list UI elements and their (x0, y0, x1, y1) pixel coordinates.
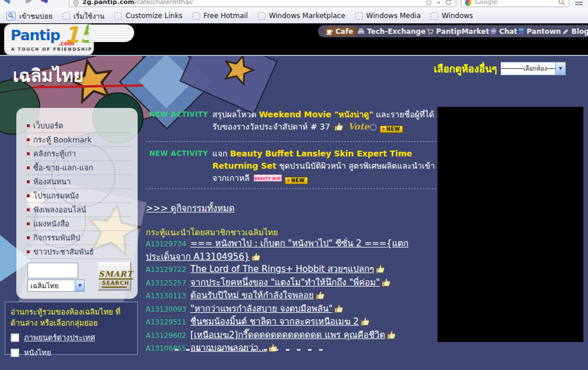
dashed-placeholder-icon (114, 12, 122, 20)
new-badge: NEW (285, 177, 308, 184)
clipped-text-row (175, 349, 330, 351)
subgroup-link-thai-movies[interactable]: หนังไทย (24, 347, 51, 359)
search-room-select[interactable]: เฉลิมไทย (27, 280, 85, 292)
topic-id: A13129602 (146, 331, 186, 340)
thumbs-up-icon (334, 121, 344, 132)
forward-button[interactable]: ▶ (26, 0, 32, 5)
new-activity-tag: NEW ACTIVITY (149, 148, 206, 184)
sidebar-item-webboard[interactable]: เว็บบอร์ด (27, 119, 131, 133)
topic-link[interactable]: [เหนือเมฆ2]กรี๊ดดดดดดดดดดดดด แพร คุณคือช… (190, 330, 385, 340)
dashed-placeholder-icon (258, 12, 265, 20)
bookmark-item[interactable]: Free Hotmail (190, 12, 251, 20)
room-picker-select[interactable]: ──────เลือกห้อง────── (501, 62, 566, 75)
coffee-cup-icon (326, 27, 334, 36)
subgroup-note: อ่านกระทู้รวมของห้องเฉลิมไทย ที่ด้านล่าง… (10, 306, 132, 329)
nav-item-pantipmarket[interactable]: PantipMarket (426, 27, 489, 36)
sidebar-item-news-pr[interactable]: ข่าวประชาสัมพันธ์ (27, 245, 131, 259)
topic-link[interactable]: "หากว่าแพรกำลังสบาย จงตบมือพลัน" (190, 303, 332, 314)
bookmarks-list-icon[interactable] (575, 0, 583, 5)
bookmark-item[interactable]: Windows Marketplace (255, 12, 348, 20)
beauty-buffet-logo: BEAUTY BUFFET (254, 174, 282, 181)
subgroup-box: อ่านกระทู้รวมของห้องเฉลิมไทย ที่ด้านล่าง… (5, 302, 138, 355)
search-input[interactable] (27, 263, 78, 278)
recommended-heading: กระทู้แนะนำโดยสมาชิกชาวเฉลิมไทย (146, 226, 278, 239)
vote-ghost-icon (370, 124, 377, 131)
new-badge-arrow-icon (383, 127, 385, 131)
sidebar-item-archive[interactable]: คลังกระทู้เก่า (27, 147, 131, 161)
google-icon (465, 0, 471, 6)
room-picker-value: ──────เลือกห้อง────── (501, 64, 555, 74)
nav-item-cafe[interactable]: Cafe (324, 27, 357, 36)
bookmark-item[interactable]: เข้าชมบ่อย (4, 11, 55, 22)
sidebar-item-chatroom[interactable]: ห้องสนทนา (27, 175, 131, 189)
search-magnifier-icon[interactable] (558, 0, 565, 6)
chevron-down-icon (78, 284, 82, 287)
vote-logo[interactable]: Vote (348, 121, 369, 132)
sidebar-item-bookmark[interactable]: กระทู้ Bookmark (27, 133, 131, 147)
recommended-topic-list: A13129734=== หนังพาไป : เก็บตก "หนังพาไป… (146, 238, 436, 355)
chat-bubble-icon (489, 27, 498, 36)
logo-swoosh (89, 25, 134, 42)
thumbs-up-icon (375, 264, 386, 274)
refresh-icon[interactable] (445, 0, 452, 6)
activity-text: แจก Beauty Buffet Lansley Skin Expert Ti… (212, 148, 436, 184)
sidebar-item-pantip-activity[interactable]: กิจกรรมพันทิป (27, 231, 131, 245)
nav-item-bloggang[interactable]: BlogGang (561, 27, 588, 36)
activity-row: NEW ACTIVITY แจก Beauty Buffet Lansley S… (149, 148, 436, 184)
sidebar-item-online-music[interactable]: ฟังเพลงออนไลน์ (27, 203, 131, 217)
topic-id: A13130113 (146, 292, 186, 300)
thumbs-up-icon (268, 343, 278, 353)
subgroup-link-foreign-movies[interactable]: ภาพยนตร์ต่างประเทศ (24, 331, 95, 344)
pantip-logo[interactable]: Pantip .com 15 th A TOUCH OF FRIENDSHIP (5, 25, 93, 55)
bookmarks-bar: เข้าชมบ่อย เริ่มใช้งาน Customize Links F… (0, 8, 588, 23)
thumbs-up-icon (251, 252, 261, 262)
logo-brand-text: Pantip (10, 27, 60, 44)
extension-icon[interactable] (41, 0, 48, 4)
sidebar-item-trade[interactable]: ซื้อ-ขาย-แลก-แจก (27, 161, 131, 175)
sidebar-item-movie-program[interactable]: โปรแกรมหนัง (27, 189, 131, 203)
thumbs-up-icon (334, 303, 344, 314)
sidebar-item-bookstand[interactable]: แผงหนังสือ (27, 217, 131, 231)
thumbs-up-icon (381, 277, 391, 288)
topic-link[interactable]: The Lord of The Rings+ Hobbit สวยๆแปลกๆ (190, 264, 374, 274)
bookmark-item[interactable]: เริ่มใช้งาน (60, 11, 107, 22)
sidebar-menu: เว็บบอร์ด กระทู้ Bookmark คลังกระทู้เก่า… (16, 108, 138, 299)
all-activities-link[interactable]: >>> ดูกิจกรรมทั้งหมด (146, 201, 235, 215)
pantip-chalermthai-page: ◀ ▶ 2g.pantip.com/cafe/chalermthai/ Goog… (0, 0, 588, 370)
topic-id: A13129511 (146, 318, 186, 326)
bookmark-star-icon[interactable] (425, 0, 432, 6)
nav-item-tech-exchange[interactable]: Tech-Exchange (357, 27, 425, 36)
topic-row: A13129734=== หนังพาไป : เก็บตก "หนังพาไป… (146, 238, 436, 263)
back-button[interactable]: ◀ (4, 0, 10, 5)
topic-row: A13129602[เหนือเมฆ2]กรี๊ดดดดดดดดดดดดด แพ… (146, 329, 436, 343)
address-bar[interactable]: 2g.pantip.com/cafe/chalermthai/ (69, 0, 456, 7)
topic-id: A13125257 (146, 279, 186, 287)
nav-item-chat[interactable]: Chat (489, 27, 517, 36)
town-flag-icon (517, 27, 525, 36)
bookmark-item[interactable]: Windows (428, 12, 476, 20)
search-room-dropdown-button[interactable] (75, 280, 84, 291)
topic-link[interactable]: อยากบอกพลอยว่า... (190, 343, 267, 353)
checkbox-foreign-movies[interactable] (10, 333, 19, 342)
topic-link[interactable]: จากประโยคหนึ่งของ "แตงโม"ทำให้นึกถึง "พี… (190, 277, 380, 288)
dashed-placeholder-icon (430, 12, 438, 20)
smart-search-button[interactable]: SMART SEARCH (97, 261, 131, 291)
new-badge: NEW (380, 125, 403, 133)
dashed-placeholder-icon (62, 12, 70, 20)
checkbox-thai-movies[interactable] (10, 348, 19, 357)
browser-search-placeholder: Google (475, 0, 498, 6)
dropdown-caret-icon[interactable] (437, 2, 440, 4)
header-separator (0, 55, 588, 56)
sidebar-menu-list: เว็บบอร์ด กระทู้ Bookmark คลังกระทู้เก่า… (16, 119, 138, 259)
nav-item-pantown[interactable]: Pantown (517, 27, 561, 36)
topic-link[interactable]: ต้อนรับปีใหม่ ขอให้กำลังใจพลอย (190, 290, 313, 301)
room-picker-dropdown-button[interactable] (555, 62, 565, 75)
topic-link[interactable]: ชื่นชมน้องมิ้นต์ ชาลิดา จากละครเหนือเมฆ … (190, 316, 359, 327)
new-activity-tag: NEW ACTIVITY (149, 109, 206, 133)
bookmark-item[interactable]: Customize Links (111, 12, 186, 20)
chevron-down-icon (559, 67, 562, 70)
cart-icon (426, 27, 435, 36)
browser-search-box[interactable]: Google (461, 0, 569, 7)
topic-id: A13129734 (146, 240, 186, 248)
bookmark-item[interactable]: Windows Media (352, 12, 424, 20)
